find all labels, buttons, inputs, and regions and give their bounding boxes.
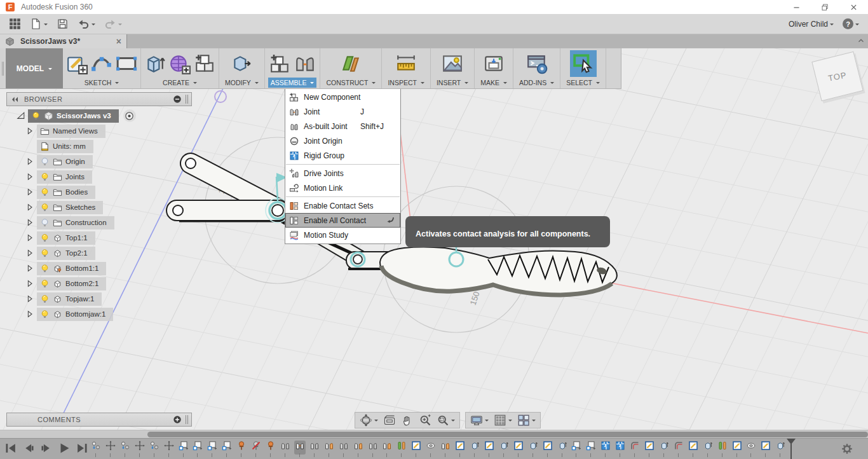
tri-right-icon[interactable] [25,249,34,257]
bulb-off-icon[interactable] [40,218,50,228]
browser-item-sketches[interactable]: Sketches [25,200,197,214]
rectangle-icon[interactable] [116,53,137,74]
browser-item-bottom1-1[interactable]: Bottom1:1 [25,261,197,275]
ribbon-group-modify[interactable]: MODIFY [219,48,265,88]
collapse-chevron-icon[interactable] [857,36,865,45]
joint-orange-icon[interactable] [440,441,451,451]
bulb-on-icon[interactable] [40,279,50,289]
joint-orange-icon[interactable] [382,441,392,451]
menu-item-enable-all-contact[interactable]: Enable All Contact [285,213,400,228]
timeline-play-button[interactable] [57,441,71,458]
ribbon-group-make[interactable]: MAKE [475,48,513,88]
tri-right-icon[interactable] [25,127,34,135]
tri-right-icon[interactable] [25,310,34,319]
step-forward-icon[interactable] [39,441,53,455]
drag-icon[interactable] [91,441,101,451]
timeline-feature-joint-orange-18[interactable] [353,441,364,455]
timeline-feature-sketch-25[interactable] [454,441,466,455]
bulb-on-icon[interactable] [31,111,41,121]
joint-selected-icon[interactable] [295,441,305,451]
bulb-on-icon[interactable] [40,233,50,243]
bulb-on-icon[interactable] [40,172,50,182]
ribbon-label-inspect[interactable]: INSPECT [385,78,427,88]
timeline-feature-pin-10[interactable] [236,441,247,455]
pin-slash-icon[interactable] [251,441,261,451]
revolve-icon[interactable] [746,441,756,451]
ribbon-label-make[interactable]: MAKE [478,78,510,88]
tri-right-icon[interactable] [25,157,34,166]
sketch-icon[interactable] [513,441,524,451]
ribbon-label-assemble[interactable]: ASSEMBLE [268,78,317,88]
to-end-icon[interactable] [75,441,89,455]
extrude-icon[interactable] [144,53,166,74]
panel-drag-handle[interactable] [186,415,188,424]
timeline-feature-sketch-29[interactable] [513,441,524,455]
timeline-feature-joint-t-13[interactable] [280,441,291,455]
add-ins-icon[interactable] [526,53,548,74]
timeline-feature-joint-orange-24[interactable] [440,441,451,455]
comments-header[interactable]: COMMENTS [6,413,192,427]
timeline-feature-fillet-40[interactable] [673,441,684,455]
move-icon[interactable] [105,441,116,451]
menu-item-new-component[interactable]: New Component [285,90,400,104]
user-menu[interactable]: Oliver Child [789,20,834,29]
newcomp-icon[interactable] [193,441,203,451]
bulb-on-icon[interactable] [40,310,50,319]
newcomp-icon[interactable] [207,441,217,451]
timeline-feature-sketch-44[interactable] [731,441,743,455]
extrude-t-icon[interactable] [557,441,567,451]
timeline-feature-joint-t-19[interactable] [367,441,379,455]
menu-item-as-built-joint[interactable]: As-built JointShift+J [285,119,400,134]
save-button[interactable] [57,18,69,30]
joint-icon[interactable] [294,53,316,74]
undo-button[interactable] [78,18,95,30]
timeline-feature-extrude-t-47[interactable] [775,441,786,455]
form-icon[interactable] [169,53,191,74]
timeline-feature-extrude-t-39[interactable] [658,441,670,455]
remove-panel-icon[interactable] [173,95,182,104]
joint-orange-icon[interactable] [324,441,334,451]
extrude-t-icon[interactable] [703,441,713,451]
help-icon[interactable]: ? [843,18,853,29]
timeline-feature-extrude-t-30[interactable] [527,441,539,455]
help-menu[interactable]: ? [843,18,859,29]
rigid-icon[interactable] [615,441,625,451]
browser-item-origin[interactable]: Origin [25,154,197,168]
restore-button[interactable] [811,0,839,14]
fillet-icon[interactable] [674,441,684,451]
browser-item-units-mm[interactable]: Units: mm [25,139,197,153]
ribbon-group-create[interactable]: CREATE [141,48,219,88]
sketch-icon[interactable] [484,441,494,451]
tri-open-icon[interactable] [17,111,25,120]
menu-item-motion-study[interactable]: Motion Study [285,228,400,242]
browser-item-bottomjaw-1[interactable]: Bottomjaw:1 [25,307,197,321]
ribbon-label-select[interactable]: SELECT [564,78,602,88]
activate-component-radio[interactable] [123,109,136,122]
timeline-feature-sketch-41[interactable] [688,441,699,455]
sketch-icon[interactable] [543,441,553,451]
pin-icon[interactable] [266,441,276,451]
tri-right-icon[interactable] [25,188,34,196]
timeline-feature-extrude-t-28[interactable] [498,441,510,455]
newcomp-icon[interactable] [571,441,581,451]
ribbon-label-construct[interactable]: CONSTRUCT [323,78,378,88]
timeline-feature-joint-t-17[interactable] [338,441,349,455]
ribbon-label-add-ins[interactable]: ADD-INS [517,78,557,88]
timeline-feature-newcomp-8[interactable] [207,441,218,455]
ribbon-group-select[interactable]: SELECT [560,48,606,88]
ribbon-label-sketch[interactable]: SKETCH [66,78,137,88]
timeline-feature-extrude-t-42[interactable] [702,441,714,455]
timeline-feature-sketch-22[interactable] [410,441,422,455]
ribbon-label-modify[interactable]: MODIFY [222,78,261,88]
sketch-icon[interactable] [732,441,742,451]
timeline-feature-sketch-27[interactable] [484,441,495,455]
newcomp-icon[interactable] [222,441,232,451]
viewport-canvas[interactable]: 150° 150° [0,48,868,430]
sketch-icon[interactable] [644,441,654,451]
timeline-feature-newcomp-34[interactable] [585,441,597,455]
browser-item-bottom2-1[interactable]: Bottom2:1 [25,277,197,291]
timeline-to-start-button[interactable] [4,441,18,458]
timeline-feature-sketch-31[interactable] [542,441,553,455]
timeline-feature-drag-4[interactable] [149,441,160,455]
mirror-icon[interactable] [717,441,728,451]
